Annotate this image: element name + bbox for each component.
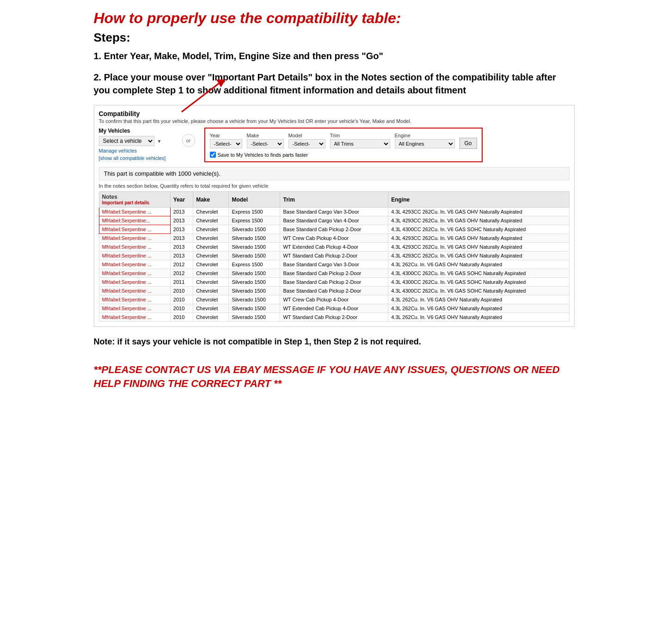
compatible-banner: This part is compatible with 1000 vehicl…: [99, 167, 570, 180]
notes-cell: Mfrlabel:Serpentine...: [99, 216, 170, 225]
save-checkbox-row: Save to My Vehicles to finds parts faste…: [210, 152, 477, 158]
svg-line-0: [182, 82, 221, 112]
model-group: Model -Select-: [288, 133, 325, 148]
notes-cell: Mfrlabel:Serpentine ...: [99, 295, 170, 304]
manage-vehicles-link[interactable]: Manage vehicles: [99, 148, 173, 153]
make-select[interactable]: -Select-: [247, 139, 284, 148]
engine-group: Engine All Engines: [395, 133, 455, 148]
col-model: Model: [229, 192, 280, 208]
table-row: Mfrlabel:Serpentine ...2013ChevroletSilv…: [99, 225, 569, 234]
engine-select[interactable]: All Engines: [395, 139, 455, 148]
table-row: Mfrlabel:Serpentine ...2013ChevroletSilv…: [99, 251, 569, 260]
save-label: Save to My Vehicles to finds parts faste…: [218, 152, 308, 158]
notes-cell: Mfrlabel:Serpentine ...: [99, 260, 170, 269]
make-group: Make -Select-: [247, 133, 284, 148]
table-row: Mfrlabel:Serpentine ...2011ChevroletSilv…: [99, 278, 569, 287]
compatible-count: This part is compatible with 1000 vehicl…: [104, 170, 221, 177]
compat-subtitle: To confirm that this part fits your vehi…: [99, 118, 570, 124]
make-label: Make: [247, 133, 284, 138]
trim-group: Trim All Trims: [330, 133, 390, 148]
notes-cell: Mfrlabel:Serpentine ...: [99, 243, 170, 251]
step2-text: 2. Place your mouse over "Important Part…: [94, 71, 575, 97]
table-row: Mfrlabel:Serpentine ...2010ChevroletSilv…: [99, 313, 569, 322]
show-all-link[interactable]: [show all compatible vehicles]: [99, 155, 173, 161]
model-label: Model: [288, 133, 325, 138]
table-row: Mfrlabel:Serpentine ...2013ChevroletSilv…: [99, 234, 569, 243]
table-row: Mfrlabel:Serpentine ...2010ChevroletSilv…: [99, 295, 569, 304]
col-make: Make: [193, 192, 229, 208]
step1-text: 1. Enter Year, Make, Model, Trim, Engine…: [94, 49, 575, 62]
col-year: Year: [170, 192, 193, 208]
table-row: Mfrlabel:Serpentine ...2010ChevroletSilv…: [99, 304, 569, 313]
year-select[interactable]: -Select-: [210, 139, 242, 148]
note-text: Note: if it says your vehicle is not com…: [94, 336, 575, 348]
table-row: Mfrlabel:Serpentine...2013ChevroletExpre…: [99, 216, 569, 225]
notes-cell: Mfrlabel:Serpentine ...: [99, 287, 170, 295]
trim-label: Trim: [330, 133, 390, 138]
notes-cell: Mfrlabel:Serpentine ...: [99, 278, 170, 287]
model-select[interactable]: -Select-: [288, 139, 325, 148]
col-engine: Engine: [388, 192, 569, 208]
dropdown-arrow-icon: ▼: [157, 139, 162, 144]
my-vehicles-label: My Vehicles: [99, 128, 173, 134]
notes-cell: Mfrlabel:Serpentine ...: [99, 234, 170, 243]
vehicle-select[interactable]: Select a vehicle: [99, 136, 154, 146]
table-row: Mfrlabel:Serpentine ...2013ChevroletExpr…: [99, 208, 569, 216]
arrow-indicator: [177, 77, 233, 114]
compatibility-table: NotesImportant part details Year Make Mo…: [99, 191, 570, 322]
year-group: Year -Select-: [210, 133, 242, 148]
notes-info: In the notes section below, Quantity ref…: [99, 183, 570, 189]
contact-text: **PLEASE CONTACT US VIA EBAY MESSAGE IF …: [94, 363, 575, 392]
save-checkbox[interactable]: [210, 152, 216, 158]
notes-cell: Mfrlabel:Serpentine ...: [99, 269, 170, 278]
notes-cell: Mfrlabel:Serpentine ...: [99, 225, 170, 234]
main-title: How to properly use the compatibility ta…: [94, 9, 575, 27]
table-row: Mfrlabel:Serpentine ...2013ChevroletSilv…: [99, 243, 569, 251]
compat-title: Compatibility: [99, 110, 570, 117]
notes-cell: Mfrlabel:Serpentine ...: [99, 313, 170, 322]
col-notes: NotesImportant part details: [99, 192, 170, 208]
notes-cell: Mfrlabel:Serpentine ...: [99, 208, 170, 216]
steps-heading: Steps:: [94, 31, 575, 45]
compatibility-section: Compatibility To confirm that this part …: [94, 105, 575, 327]
notes-cell: Mfrlabel:Serpentine ...: [99, 304, 170, 313]
trim-select[interactable]: All Trims: [330, 139, 390, 148]
col-trim: Trim: [280, 192, 388, 208]
engine-label: Engine: [395, 133, 455, 138]
imp-label: Important part details: [102, 200, 167, 205]
table-row: Mfrlabel:Serpentine ...2012ChevroletExpr…: [99, 260, 569, 269]
year-label: Year: [210, 133, 242, 138]
ymme-panel: Year -Select- Make -Select- Mo: [204, 128, 483, 162]
go-button[interactable]: Go: [460, 138, 477, 149]
notes-cell: Mfrlabel:Serpentine ...: [99, 251, 170, 260]
my-vehicles-panel: My Vehicles Select a vehicle ▼ Manage ve…: [99, 128, 173, 161]
or-divider: or: [182, 134, 195, 147]
table-row: Mfrlabel:Serpentine ...2012ChevroletSilv…: [99, 269, 569, 278]
table-row: Mfrlabel:Serpentine ...2010ChevroletSilv…: [99, 287, 569, 295]
